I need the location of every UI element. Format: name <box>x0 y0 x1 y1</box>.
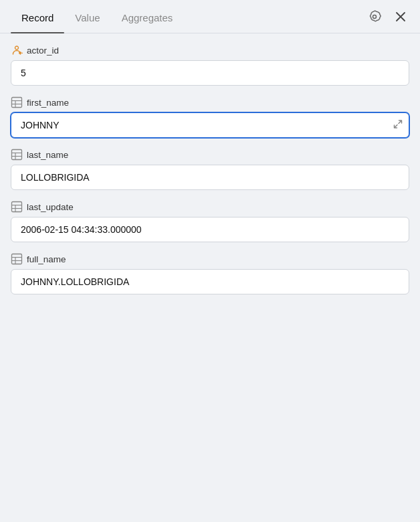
settings-icon <box>368 10 381 23</box>
close-icon <box>395 11 407 23</box>
svg-rect-16 <box>12 254 22 264</box>
tab-value[interactable]: Value <box>64 0 110 33</box>
field-group-full-name: full_name <box>11 253 409 294</box>
tab-actions <box>365 7 409 26</box>
svg-rect-4 <box>12 98 22 108</box>
settings-button[interactable] <box>365 7 384 26</box>
field-label-full-name: full_name <box>11 253 409 265</box>
key-icon-actor-id <box>11 44 23 56</box>
label-text-full-name: full_name <box>27 254 66 264</box>
close-button[interactable] <box>392 8 409 25</box>
field-label-actor-id: actor_id <box>11 44 409 56</box>
input-wrapper-last-name <box>11 165 409 190</box>
svg-rect-12 <box>12 202 22 212</box>
key-icon-last-update <box>11 201 23 213</box>
input-wrapper-first-name <box>11 112 409 138</box>
key-icon-last-name <box>11 149 23 161</box>
field-label-last-name: last_name <box>11 149 409 161</box>
field-group-last-name: last_name <box>11 149 409 190</box>
svg-point-0 <box>15 46 19 50</box>
field-label-first-name: first_name <box>11 96 409 108</box>
expand-icon-first-name[interactable] <box>393 120 403 131</box>
svg-point-1 <box>19 52 21 54</box>
input-first-name[interactable] <box>11 112 409 138</box>
field-group-last-update: last_update <box>11 201 409 242</box>
label-text-first-name: first_name <box>27 98 69 108</box>
label-text-actor-id: actor_id <box>27 46 59 56</box>
input-last-name[interactable] <box>11 165 409 190</box>
label-text-last-name: last_name <box>27 150 68 160</box>
input-wrapper-full-name <box>11 269 409 294</box>
panel: Record Value Aggregates <box>0 0 420 522</box>
field-group-first-name: first_name <box>11 96 409 138</box>
label-text-last-update: last_update <box>27 202 74 212</box>
svg-rect-8 <box>12 150 22 160</box>
input-full-name[interactable] <box>11 269 409 294</box>
content-area: actor_id first_name <box>0 33 420 321</box>
table-icon-first-name <box>11 96 23 108</box>
field-label-last-update: last_update <box>11 201 409 213</box>
tab-aggregates[interactable]: Aggregates <box>111 0 184 33</box>
tab-record[interactable]: Record <box>11 0 64 33</box>
input-wrapper-last-update <box>11 217 409 242</box>
input-actor-id[interactable] <box>11 60 409 86</box>
input-wrapper-actor-id <box>11 60 409 86</box>
field-group-actor-id: actor_id <box>11 44 409 86</box>
svg-rect-3 <box>22 53 23 54</box>
table-icon-full-name <box>11 253 23 265</box>
tab-bar: Record Value Aggregates <box>0 0 420 33</box>
input-last-update[interactable] <box>11 217 409 242</box>
